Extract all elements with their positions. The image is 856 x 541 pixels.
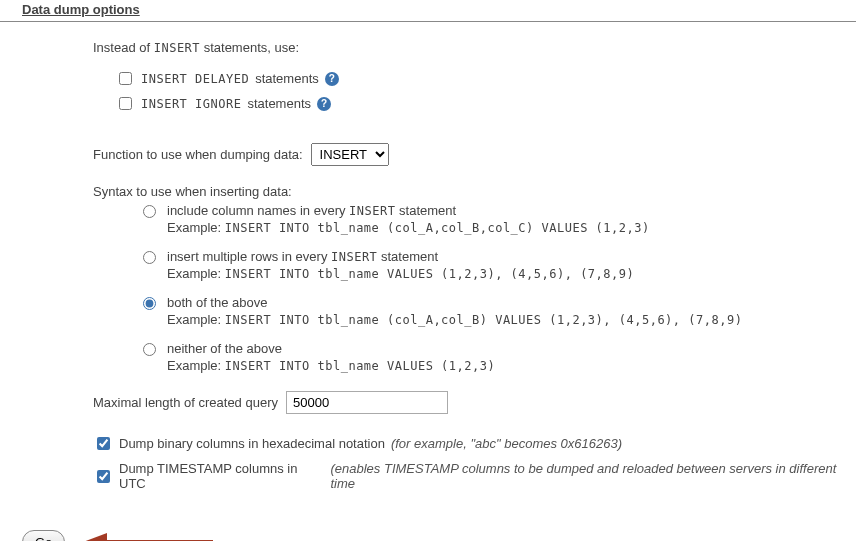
hex-note: (for example, "abc" becomes 0x616263) bbox=[391, 436, 622, 451]
insert-ignore-suffix: statements bbox=[247, 96, 311, 111]
syntax-radio-label: include column names in every INSERT sta… bbox=[167, 203, 650, 218]
intro-prefix: Instead of bbox=[93, 40, 154, 55]
utc-label: Dump TIMESTAMP columns in UTC bbox=[119, 461, 324, 491]
help-icon[interactable]: ? bbox=[317, 97, 331, 111]
intro-suffix: statements, use: bbox=[200, 40, 299, 55]
svg-marker-1 bbox=[83, 533, 107, 541]
syntax-radio[interactable] bbox=[143, 343, 156, 356]
function-select[interactable]: INSERT bbox=[311, 143, 389, 166]
go-button[interactable]: Go bbox=[22, 530, 65, 542]
syntax-radio-item[interactable]: include column names in every INSERT sta… bbox=[138, 203, 856, 235]
section-title: Data dump options bbox=[0, 0, 856, 22]
function-label: Function to use when dumping data: bbox=[93, 147, 303, 162]
syntax-radio-label: insert multiple rows in every INSERT sta… bbox=[167, 249, 634, 264]
option-insert-ignore[interactable]: INSERT IGNORE statements ? bbox=[115, 94, 856, 113]
syntax-label: Syntax to use when inserting data: bbox=[93, 184, 856, 199]
syntax-radio-label: neither of the above bbox=[167, 341, 495, 356]
option-utc[interactable]: Dump TIMESTAMP columns in UTC (enables T… bbox=[93, 461, 856, 491]
insert-delayed-code: INSERT DELAYED bbox=[141, 72, 249, 86]
intro-code: INSERT bbox=[154, 41, 200, 55]
syntax-example: Example: INSERT INTO tbl_name VALUES (1,… bbox=[167, 358, 495, 373]
syntax-example: Example: INSERT INTO tbl_name (col_A,col… bbox=[167, 220, 650, 235]
maxlen-input[interactable] bbox=[286, 391, 448, 414]
maxlen-label: Maximal length of created query bbox=[93, 395, 278, 410]
syntax-radio[interactable] bbox=[143, 297, 156, 310]
arrow-annotation bbox=[83, 527, 213, 541]
option-hex[interactable]: Dump binary columns in hexadecimal notat… bbox=[93, 434, 856, 453]
syntax-radio-item[interactable]: insert multiple rows in every INSERT sta… bbox=[138, 249, 856, 281]
utc-note: (enables TIMESTAMP columns to be dumped … bbox=[330, 461, 856, 491]
help-icon[interactable]: ? bbox=[325, 72, 339, 86]
insert-ignore-checkbox[interactable] bbox=[119, 97, 132, 110]
insert-ignore-code: INSERT IGNORE bbox=[141, 97, 241, 111]
insert-delayed-checkbox[interactable] bbox=[119, 72, 132, 85]
utc-checkbox[interactable] bbox=[97, 470, 110, 483]
syntax-example: Example: INSERT INTO tbl_name VALUES (1,… bbox=[167, 266, 634, 281]
hex-checkbox[interactable] bbox=[97, 437, 110, 450]
hex-label: Dump binary columns in hexadecimal notat… bbox=[119, 436, 385, 451]
syntax-radio[interactable] bbox=[143, 205, 156, 218]
syntax-radio-item[interactable]: both of the aboveExample: INSERT INTO tb… bbox=[138, 295, 856, 327]
syntax-radio-item[interactable]: neither of the aboveExample: INSERT INTO… bbox=[138, 341, 856, 373]
option-insert-delayed[interactable]: INSERT DELAYED statements ? bbox=[115, 69, 856, 88]
syntax-radio[interactable] bbox=[143, 251, 156, 264]
syntax-radio-label: both of the above bbox=[167, 295, 742, 310]
insert-delayed-suffix: statements bbox=[255, 71, 319, 86]
syntax-example: Example: INSERT INTO tbl_name (col_A,col… bbox=[167, 312, 742, 327]
intro-line: Instead of INSERT statements, use: bbox=[93, 40, 856, 55]
